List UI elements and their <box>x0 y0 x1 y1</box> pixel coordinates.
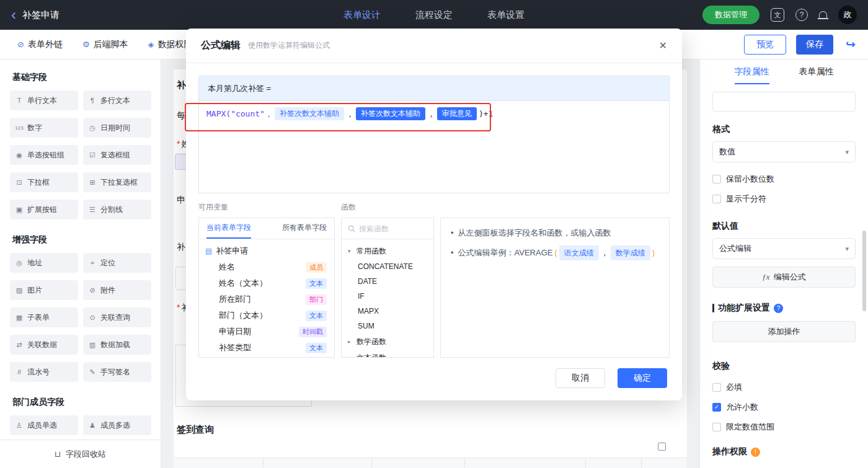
warning-icon[interactable]: ! <box>751 448 760 457</box>
variable-field-row[interactable]: 部门（文本） 文本 <box>205 307 329 324</box>
translate-icon[interactable]: 文 <box>771 8 784 22</box>
toolbar-link-backend-script[interactable]: ⚙ 后端脚本 <box>82 39 128 50</box>
palette-item-multi-text[interactable]: ¶多行文本 <box>83 91 151 110</box>
palette-section-title: 增强字段 <box>12 234 161 245</box>
palette-item-checkbox-group[interactable]: ☑复选框组 <box>83 145 151 165</box>
variable-field-row[interactable]: 姓名 成员 <box>205 259 329 275</box>
checkbox-limit-range[interactable]: 限定数值范围 <box>712 422 856 433</box>
button-icon: ▣ <box>15 206 24 214</box>
tab-current-form-fields[interactable]: 当前表单字段 <box>206 218 251 239</box>
close-icon[interactable]: ✕ <box>659 40 667 51</box>
palette-item-label: 分割线 <box>100 205 123 215</box>
example-separator: ， <box>601 247 609 259</box>
palette-item-serial-number[interactable]: #流水号 <box>10 362 78 382</box>
tab-all-form-fields[interactable]: 所有表单字段 <box>282 218 327 239</box>
function-item-concatenate[interactable]: CONCATENATE <box>342 259 433 274</box>
checkbox-icon: ☑ <box>88 151 97 159</box>
tab-form-setting[interactable]: 表单设置 <box>487 9 525 21</box>
format-select[interactable]: 数值 ▾ <box>712 141 856 162</box>
field-token[interactable]: 补签次数文本辅助 <box>275 107 344 120</box>
variables-label: 可用变量 <box>198 202 341 213</box>
checkbox-required[interactable]: 必填 <box>712 382 856 393</box>
function-item-if[interactable]: IF <box>342 289 433 304</box>
preview-button[interactable]: 预览 <box>744 35 786 55</box>
help-icon[interactable]: ? <box>795 9 808 21</box>
functions-label: 函数 <box>341 202 356 213</box>
palette-item-address[interactable]: ◎地址 <box>10 253 78 273</box>
tab-field-properties[interactable]: 字段属性 <box>735 60 769 84</box>
palette-item-member-single[interactable]: ♙成员单选 <box>10 415 78 435</box>
example-token: 语文成绩 <box>559 245 599 260</box>
search-function-input[interactable] <box>359 224 427 233</box>
palette-item-linked-query[interactable]: ⊙关联查询 <box>83 307 151 327</box>
single-text-icon: T <box>15 97 24 104</box>
avatar[interactable]: 政 <box>838 6 857 24</box>
checkbox-box <box>712 175 721 183</box>
palette-item-radio-group[interactable]: ◉单选按钮组 <box>10 145 78 165</box>
save-button[interactable]: 保存 <box>796 35 833 55</box>
field-token-selected[interactable]: 补签次数文本辅助 <box>356 107 425 120</box>
checkbox-label: 保留小数位数 <box>726 174 774 185</box>
palette-section-title: 基础字段 <box>12 72 161 83</box>
field-title-input[interactable] <box>712 92 856 112</box>
checkbox-thousand-separator[interactable]: 显示千分符 <box>712 193 856 205</box>
palette-item-attachment[interactable]: ⊘附件 <box>83 280 151 300</box>
expand-icon[interactable] <box>658 443 666 451</box>
function-item-mapx[interactable]: MAPX <box>342 304 433 319</box>
function-item-date[interactable]: DATE <box>342 274 433 289</box>
tree-root-form[interactable]: ▤ 补签申请 <box>205 243 329 259</box>
palette-item-subform[interactable]: ▦子表单 <box>10 307 78 327</box>
palette-item-location[interactable]: ⌖定位 <box>83 253 151 273</box>
palette-item-label: 子表单 <box>27 312 50 323</box>
tab-form-properties[interactable]: 表单属性 <box>799 60 834 84</box>
field-token-selected[interactable]: 审批意见 <box>437 107 477 120</box>
tree-root-label: 补签申请 <box>216 245 248 257</box>
palette-item-linked-data[interactable]: ⇄关联数据 <box>10 335 78 355</box>
palette-item-single-text[interactable]: T单行文本 <box>10 91 78 110</box>
palette-item-extend-button[interactable]: ▣扩展按钮 <box>10 200 78 219</box>
cancel-button[interactable]: 取消 <box>556 368 605 388</box>
function-group-math[interactable]: ▸ 数学函数 <box>342 333 433 350</box>
edit-formula-button[interactable]: ƒx 编辑公式 <box>712 267 856 288</box>
variable-field-row[interactable]: 姓名（文本） 文本 <box>205 275 329 291</box>
help-text: 从左侧面板选择字段名和函数，或输入函数 <box>458 227 611 239</box>
palette-item-label: 日期时间 <box>100 123 130 133</box>
default-value-select[interactable]: 公式编辑 ▾ <box>712 238 856 259</box>
field-name: 姓名 <box>219 262 235 273</box>
checkbox-allow-decimal[interactable]: 允许小数 <box>712 402 856 413</box>
notification-bell-icon[interactable] <box>819 11 827 18</box>
palette-item-data-load[interactable]: ▥数据加载 <box>83 335 151 355</box>
data-manage-button[interactable]: 数据管理 <box>702 6 760 24</box>
share-icon[interactable]: ↪ <box>846 37 856 51</box>
palette-item-label: 下拉框 <box>27 177 50 188</box>
search-icon <box>348 225 355 232</box>
function-group-text[interactable]: ▸ 文本函数 <box>342 350 433 358</box>
palette-item-dropdown-multi[interactable]: ⊞下拉复选框 <box>83 172 151 192</box>
palette-item-number[interactable]: 123数字 <box>10 118 78 138</box>
tab-form-design[interactable]: 表单设计 <box>343 9 381 21</box>
variable-field-row[interactable]: 所在部门 部门 <box>205 291 329 307</box>
palette-item-image[interactable]: ▨图片 <box>10 280 78 300</box>
palette-item-datetime[interactable]: ◷日期时间 <box>83 118 151 138</box>
palette-item-dropdown[interactable]: ⊡下拉框 <box>10 172 78 192</box>
field-recycle-bin[interactable]: ⊔ 字段回收站 <box>0 439 161 468</box>
formula-content[interactable]: MAPX("count"， 补签次数文本辅助 ， 补签次数文本辅助 ， 审批意见… <box>199 101 669 126</box>
palette-item-member-multi[interactable]: ♟成员多选 <box>83 415 151 435</box>
add-action-label: 添加操作 <box>768 326 800 337</box>
function-item-sum[interactable]: SUM <box>342 319 433 333</box>
add-action-button[interactable]: 添加操作 <box>712 321 856 342</box>
variable-field-row[interactable]: 补签类型 文本 <box>205 340 329 356</box>
toolbar-actions: 预览 保存 ↪ <box>744 35 856 55</box>
function-group-common[interactable]: ▾ 常用函数 <box>342 243 433 259</box>
palette-item-signature[interactable]: ✎手写签名 <box>83 362 151 382</box>
confirm-button[interactable]: 确定 <box>618 368 667 388</box>
question-icon[interactable]: ? <box>774 304 783 313</box>
back-icon[interactable]: ‹ <box>11 9 16 21</box>
signin-query-title: 签到查询 <box>177 424 214 436</box>
toolbar-link-external[interactable]: ⊘ 表单外链 <box>17 39 63 50</box>
scrollbar-thumb[interactable] <box>862 231 866 311</box>
variable-field-row[interactable]: 申请日期 时间戳 <box>205 324 329 340</box>
checkbox-keep-decimals[interactable]: 保留小数位数 <box>712 174 856 185</box>
palette-item-divider[interactable]: ☰分割线 <box>83 200 151 219</box>
tab-flow-setting[interactable]: 流程设定 <box>415 9 453 21</box>
